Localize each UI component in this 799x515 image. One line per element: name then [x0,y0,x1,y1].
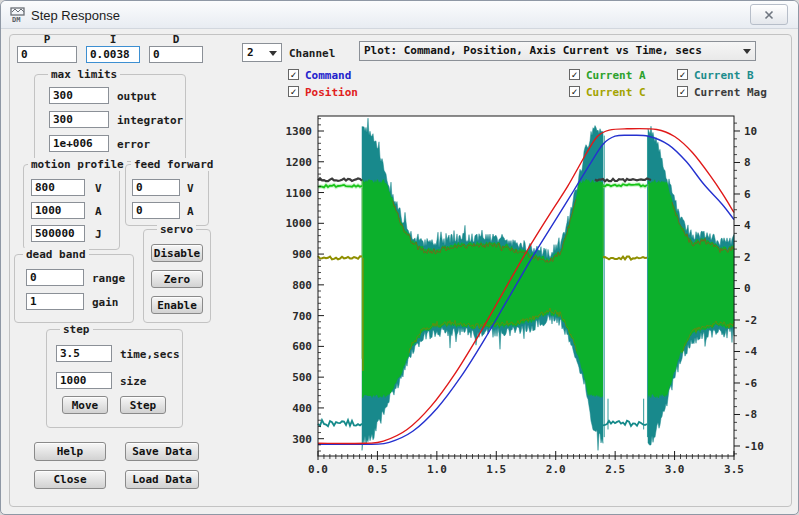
save-data-button[interactable]: Save Data [125,442,199,461]
step-size-label: size [120,375,147,388]
svg-text:1.0: 1.0 [427,463,447,476]
max-integrator-label: integrator [117,114,183,127]
ff-velocity-label: V [187,182,194,195]
svg-text:-8: -8 [744,408,757,421]
deadband-gain-label: gain [92,296,119,309]
position-checkbox-label: Position [305,86,358,99]
svg-text:300: 300 [292,433,312,446]
profile-accel-input[interactable] [31,202,85,219]
servo-disable-button[interactable]: Disable [151,244,203,262]
close-button[interactable]: Close [34,470,106,489]
current-b-checkbox[interactable]: ✓ [677,69,688,80]
dead-band-title: dead band [23,248,89,261]
title-bar: DM Step Response [1,1,798,29]
plot-area: 3004005006007008009001000110012001300-10… [276,101,781,479]
svg-text:2.0: 2.0 [546,463,566,476]
svg-text:8: 8 [744,156,751,169]
d-input[interactable] [149,46,203,63]
svg-text:6: 6 [744,188,751,201]
check-icon: ✓ [679,86,685,97]
profile-velocity-label: V [95,182,102,195]
step-time-input[interactable] [56,345,112,362]
i-label: I [86,33,140,46]
profile-accel-label: A [95,205,102,218]
help-button[interactable]: Help [34,442,106,461]
p-input[interactable] [17,46,77,63]
p-label: P [17,33,77,46]
command-checkbox-label: Command [305,69,351,82]
deadband-range-label: range [92,272,125,285]
svg-text:3.0: 3.0 [665,463,685,476]
position-checkbox[interactable]: ✓ [288,86,299,97]
current-c-checkbox-label: Current C [586,86,646,99]
move-button[interactable]: Move [62,396,108,414]
svg-text:700: 700 [292,310,312,323]
app-icon: DM [9,6,27,24]
max-error-label: error [117,138,150,151]
max-output-label: output [117,90,157,103]
plot-mode-select[interactable]: Plot: Command, Position, Axis Current vs… [359,41,756,61]
svg-text:4: 4 [744,219,751,232]
chevron-down-icon [269,51,277,56]
current-a-checkbox-label: Current A [586,69,646,82]
profile-velocity-input[interactable] [31,179,85,196]
dead-band-group [14,254,134,323]
step-response-window: DM Step Response P I D 2 Channel Plot: C… [0,0,799,515]
max-integrator-input[interactable] [49,111,109,128]
plot-mode-value: Plot: Command, Position, Axis Current vs… [364,44,702,57]
svg-text:1000: 1000 [286,217,313,230]
chevron-down-icon [743,49,751,54]
ff-accel-input[interactable] [132,202,180,219]
svg-text:-6: -6 [744,377,758,390]
i-input[interactable] [86,46,140,63]
svg-text:DM: DM [12,16,20,24]
check-icon: ✓ [571,86,577,97]
servo-enable-button[interactable]: Enable [151,296,203,314]
step-button[interactable]: Step [120,396,166,414]
check-icon: ✓ [679,69,685,80]
step-time-label: time,secs [120,348,180,361]
check-icon: ✓ [571,69,577,80]
svg-text:-4: -4 [744,345,758,358]
step-size-input[interactable] [56,372,112,389]
dialog-body: P I D 2 Channel Plot: Command, Position,… [1,29,799,515]
check-icon: ✓ [290,69,296,80]
step-title: step [60,323,93,336]
svg-text:-2: -2 [744,314,757,327]
command-checkbox[interactable]: ✓ [288,69,299,80]
svg-text:1200: 1200 [286,156,313,169]
svg-text:0.0: 0.0 [308,463,328,476]
load-data-button[interactable]: Load Data [125,470,199,489]
svg-text:2: 2 [744,251,751,264]
current-b-checkbox-label: Current B [694,69,754,82]
current-a-checkbox[interactable]: ✓ [569,69,580,80]
close-icon [764,10,774,20]
svg-text:10: 10 [744,125,757,138]
deadband-gain-input[interactable] [26,293,84,310]
current-c-checkbox[interactable]: ✓ [569,86,580,97]
current-mag-checkbox[interactable]: ✓ [677,86,688,97]
close-window-button[interactable] [750,4,788,25]
ff-velocity-input[interactable] [132,179,180,196]
svg-text:1300: 1300 [286,125,313,138]
max-output-input[interactable] [49,87,109,104]
ff-accel-label: A [187,205,194,218]
profile-jerk-label: J [95,228,102,241]
max-error-input[interactable] [49,135,109,152]
svg-text:500: 500 [292,371,312,384]
svg-text:2.5: 2.5 [605,463,625,476]
channel-select[interactable]: 2 [242,43,282,62]
deadband-range-input[interactable] [26,269,84,286]
d-label: D [149,33,203,46]
svg-text:900: 900 [292,248,312,261]
servo-title: servo [157,223,196,236]
servo-zero-button[interactable]: Zero [151,270,203,288]
current-mag-checkbox-label: Current Mag [694,86,767,99]
feed-forward-title: feed forward [131,158,216,171]
svg-text:3.5: 3.5 [724,463,744,476]
svg-text:-10: -10 [744,440,764,453]
svg-text:800: 800 [292,279,312,292]
svg-text:600: 600 [292,340,312,353]
profile-jerk-input[interactable] [31,225,85,242]
svg-text:0: 0 [744,282,751,295]
